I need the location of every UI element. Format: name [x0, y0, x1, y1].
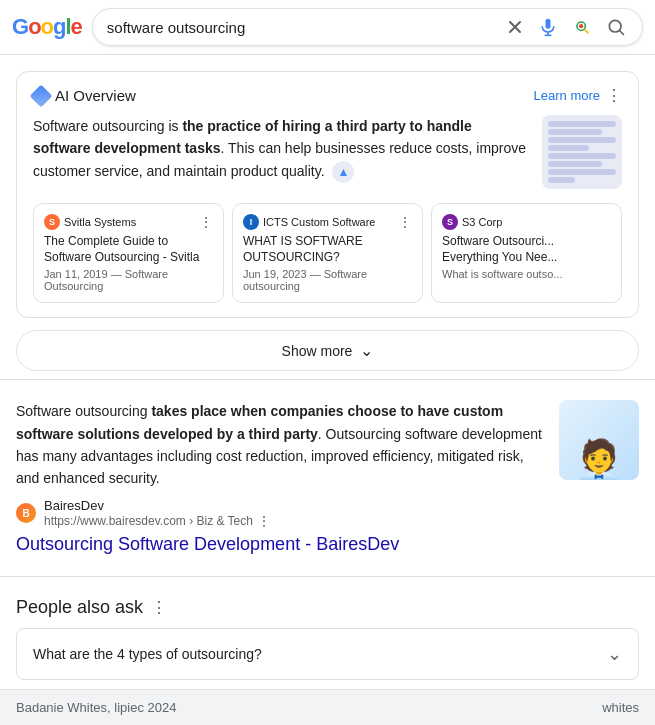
paa-more-button[interactable]: ⋮: [151, 598, 167, 617]
divider-2: [0, 576, 655, 577]
source-logo-0: S: [44, 214, 60, 230]
close-icon: [506, 18, 524, 36]
mic-icon: [538, 17, 558, 37]
source-name-2: S3 Corp: [462, 216, 502, 228]
source-info: BairesDev https://www.bairesdev.com › Bi…: [44, 498, 271, 529]
source-title-1: WHAT IS SOFTWARE OUTSOURCING?: [243, 234, 412, 265]
show-more-container: Show more ⌄: [16, 330, 639, 371]
result-content: Software outsourcing takes place when co…: [16, 400, 547, 556]
source-logo-2: S: [442, 214, 458, 230]
footer: Badanie Whites, lipiec 2024 whites: [0, 689, 655, 725]
source-domain: BairesDev: [44, 498, 271, 513]
ai-thumbnail: [542, 115, 622, 189]
source-date-2: What is software outso...: [442, 268, 611, 280]
svg-rect-0: [546, 19, 551, 29]
source-name-0: Svitla Systems: [64, 216, 136, 228]
search-input[interactable]: [107, 19, 496, 36]
search-icons: [504, 15, 628, 39]
lens-icon: [572, 17, 592, 37]
source-name-1: ICTS Custom Software: [263, 216, 375, 228]
google-logo: Google: [12, 14, 82, 40]
voice-search-button[interactable]: [536, 15, 560, 39]
learn-more-link[interactable]: Learn more: [534, 88, 600, 103]
source-cards: S Svitla Systems ⋮ The Complete Guide to…: [33, 203, 622, 303]
footer-left-text: Badanie Whites, lipiec 2024: [16, 700, 176, 715]
search-icon: [606, 17, 626, 37]
chevron-right-icon: ⌄: [607, 643, 622, 665]
search-submit-button[interactable]: [604, 15, 628, 39]
thumb-line-8: [548, 177, 575, 183]
search-result-bairesdev: Software outsourcing takes place when co…: [0, 388, 655, 568]
source-more-0[interactable]: ⋮: [199, 214, 213, 230]
result-title-link[interactable]: Outsourcing Software Development - Baire…: [16, 534, 399, 554]
paa-question-0: What are the 4 types of outsourcing?: [33, 646, 262, 662]
source-card-2-header: S S3 Corp: [442, 214, 611, 230]
ai-overview-section: AI Overview Learn more ⋮ Software outsou…: [16, 71, 639, 318]
clear-button[interactable]: [504, 16, 526, 38]
show-more-button[interactable]: Show more ⌄: [16, 330, 639, 371]
ai-overview-label: AI Overview: [55, 87, 136, 104]
ai-diamond-icon: [30, 84, 53, 107]
thumb-line-7: [548, 169, 616, 175]
source-card-0-header: S Svitla Systems ⋮: [44, 214, 213, 230]
ai-text-before-highlight: Software outsourcing is: [33, 118, 182, 134]
search-bar: [92, 8, 643, 46]
source-card-1-left: I ICTS Custom Software: [243, 214, 375, 230]
ai-overview-actions: Learn more ⋮: [534, 86, 622, 105]
result-source: B BairesDev https://www.bairesdev.com › …: [16, 498, 547, 529]
source-card-0[interactable]: S Svitla Systems ⋮ The Complete Guide to…: [33, 203, 224, 303]
source-card-0-left: S Svitla Systems: [44, 214, 136, 230]
source-date-0: Jan 11, 2019 — Software Outsourcing: [44, 268, 213, 292]
thumb-line-1: [548, 121, 616, 127]
source-title-0: The Complete Guide to Software Outsourci…: [44, 234, 213, 265]
source-logo-1: I: [243, 214, 259, 230]
result-more-button[interactable]: ⋮: [257, 513, 271, 529]
thumb-line-2: [548, 129, 602, 135]
source-card-2-left: S S3 Corp: [442, 214, 502, 230]
ai-overview-more-button[interactable]: ⋮: [606, 86, 622, 105]
ai-overview-body: Software outsourcing is the practice of …: [33, 115, 622, 189]
ai-overview-title: AI Overview: [33, 87, 136, 104]
source-card-2[interactable]: S S3 Corp Software Outsourci... Everythi…: [431, 203, 622, 303]
source-date-1: Jun 19, 2023 — Software outsourcing: [243, 268, 412, 292]
chevron-down-icon: ⌄: [360, 341, 373, 360]
person-illustration: 🧑‍💼: [574, 437, 624, 480]
source-card-1-header: I ICTS Custom Software ⋮: [243, 214, 412, 230]
divider-1: [0, 379, 655, 380]
result-snippet: Software outsourcing takes place when co…: [16, 400, 547, 490]
show-more-label: Show more: [282, 343, 353, 359]
thumb-line-4: [548, 145, 589, 151]
source-more-1[interactable]: ⋮: [398, 214, 412, 230]
source-card-1[interactable]: I ICTS Custom Software ⋮ WHAT IS SOFTWAR…: [232, 203, 423, 303]
ai-overview-text: Software outsourcing is the practice of …: [33, 115, 530, 189]
thumb-line-3: [548, 137, 616, 143]
source-url: https://www.bairesdev.com › Biz & Tech ⋮: [44, 513, 271, 529]
paa-title: People also ask: [16, 597, 143, 618]
people-also-ask-section: People also ask ⋮ What are the 4 types o…: [0, 585, 655, 692]
snippet-text-1: Software outsourcing: [16, 403, 151, 419]
ai-overview-header: AI Overview Learn more ⋮: [33, 86, 622, 105]
result-image: 🧑‍💼: [559, 400, 639, 480]
thumb-line-5: [548, 153, 616, 159]
svg-point-4: [579, 24, 583, 28]
paa-header: People also ask ⋮: [16, 597, 639, 618]
thumb-line-6: [548, 161, 602, 167]
paa-item-0[interactable]: What are the 4 types of outsourcing? ⌄: [16, 628, 639, 680]
source-url-text: https://www.bairesdev.com › Biz & Tech: [44, 514, 253, 528]
bairesdev-favicon: B: [16, 503, 36, 523]
lens-search-button[interactable]: [570, 15, 594, 39]
ai-collapse-button[interactable]: ▲: [332, 161, 354, 183]
footer-right-text: whites: [602, 700, 639, 715]
main-content: AI Overview Learn more ⋮ Software outsou…: [0, 55, 655, 700]
source-title-2: Software Outsourci... Everything You Nee…: [442, 234, 611, 265]
header: Google: [0, 0, 655, 55]
